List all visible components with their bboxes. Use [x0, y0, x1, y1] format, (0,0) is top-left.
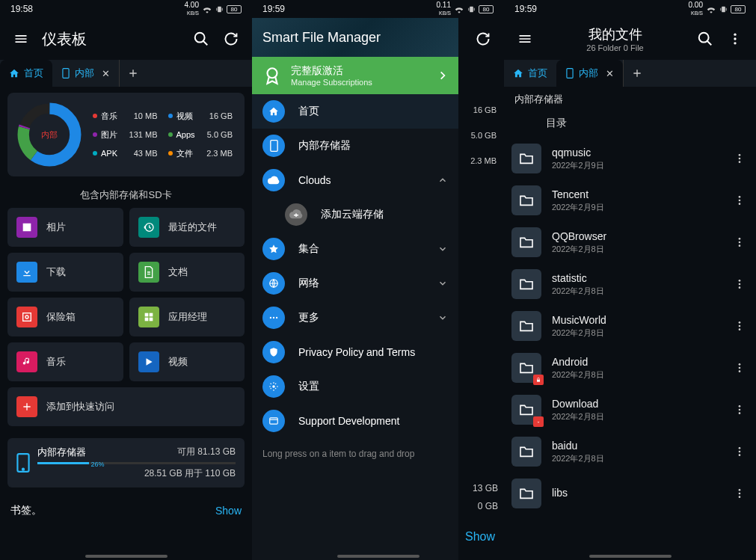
- item-overflow-button[interactable]: [731, 487, 749, 499]
- drawer-item-network[interactable]: 网络: [252, 266, 458, 301]
- svg-point-51: [739, 328, 741, 330]
- drawer-item-collection[interactable]: 集合: [252, 232, 458, 266]
- folder-name: Tencent: [552, 188, 720, 200]
- legend-name: 视频: [176, 111, 193, 122]
- refresh-button[interactable]: [216, 24, 246, 54]
- svg-rect-14: [144, 318, 148, 321]
- folder-item[interactable]: Tencent2022年2月9日: [504, 179, 756, 221]
- page-subtitle: 26 Folder 0 File: [586, 43, 643, 52]
- support-icon: [262, 410, 285, 432]
- folder-icon: [511, 144, 541, 173]
- tile-label: 音乐: [46, 355, 66, 369]
- screen-drawer: 19:59 0.11KB/S 80 16 GB5.0 GB2.3 MB Smar…: [252, 0, 504, 560]
- drawer-item-label: 添加云端存储: [321, 208, 384, 221]
- legend-value: 2.3 MB: [206, 149, 233, 158]
- drawer-item-support[interactable]: Support Development: [252, 404, 458, 438]
- item-overflow-button[interactable]: [731, 236, 749, 248]
- legend-dot: [93, 114, 97, 118]
- history-icon: [138, 217, 159, 238]
- svg-rect-52: [537, 380, 540, 382]
- folder-item[interactable]: Download2022年2月8日: [504, 389, 756, 431]
- overflow-button[interactable]: [720, 24, 750, 54]
- folder-item[interactable]: MusicWorld2022年2月8日: [504, 305, 756, 347]
- subscription-banner[interactable]: 完整版激活 Manage Subscriptions: [252, 57, 458, 94]
- quick-tile-safe[interactable]: 保险箱: [7, 298, 123, 336]
- tab-close-button[interactable]: ✕: [606, 68, 614, 79]
- show-button[interactable]: Show: [465, 530, 495, 544]
- item-overflow-button[interactable]: [731, 404, 749, 416]
- phone-icon: [16, 453, 30, 473]
- breadcrumb[interactable]: 内部存储器: [504, 87, 756, 112]
- folder-item[interactable]: QQBrowser2022年2月8日: [504, 221, 756, 263]
- drawer-item-home[interactable]: 首页: [252, 94, 458, 129]
- nav-handle[interactable]: [589, 555, 672, 558]
- tab-close-button[interactable]: ✕: [102, 68, 110, 79]
- screen-files: 19:59 0.00KB/S 80 我的文件 26 Folder 0 File …: [504, 0, 756, 560]
- network-icon: [262, 272, 285, 295]
- folder-item[interactable]: statistic2022年2月8日: [504, 263, 756, 305]
- menu-button[interactable]: [510, 24, 540, 54]
- tab-home[interactable]: 首页: [0, 60, 52, 87]
- quick-tile-doc[interactable]: 文档: [129, 253, 245, 292]
- home-icon: [262, 100, 285, 123]
- drawer-item-phone[interactable]: 内部存储器: [252, 129, 458, 163]
- quick-tile-apps[interactable]: 应用经理: [129, 298, 245, 336]
- item-overflow-button[interactable]: [731, 194, 749, 206]
- menu-button[interactable]: [6, 24, 36, 54]
- apps-icon: [138, 307, 159, 327]
- tile-label: 添加到快速访问: [46, 400, 114, 413]
- folder-item[interactable]: baidu2022年2月8日: [504, 431, 756, 473]
- tile-label: 相片: [46, 221, 66, 234]
- tab-add-button[interactable]: [120, 60, 147, 87]
- drawer-item-label: Clouds: [298, 174, 331, 186]
- folder-item[interactable]: qqmusic2022年2月9日: [504, 138, 756, 179]
- item-overflow-button[interactable]: [731, 153, 749, 164]
- legend: 音乐10 MB视频16 GB图片131 MBApps5.0 GBAPK43 MB…: [93, 111, 237, 159]
- download-badge-icon: [533, 416, 544, 427]
- folder-name: Android: [552, 356, 720, 368]
- drawer-item-cloud-add[interactable]: 添加云端存储: [252, 197, 458, 232]
- image-icon: [16, 217, 37, 238]
- drawer-item-privacy[interactable]: Privacy Policy and Terms: [252, 335, 458, 369]
- refresh-button[interactable]: [468, 24, 498, 54]
- quick-tile-download[interactable]: 下载: [7, 253, 123, 292]
- nav-handle[interactable]: [85, 555, 168, 558]
- drawer-item-more[interactable]: 更多: [252, 301, 458, 335]
- storage-row[interactable]: 内部存储器 可用 81.13 GB 26% 28.51 GB 用于 110 GB: [7, 438, 245, 487]
- quick-tile-play[interactable]: 视频: [129, 342, 245, 381]
- tab-bar: 首页 内部 ✕: [0, 60, 252, 87]
- legend-name: APK: [101, 149, 117, 158]
- search-button[interactable]: [186, 24, 216, 54]
- tile-label: 应用经理: [168, 310, 207, 324]
- svg-point-41: [739, 200, 741, 202]
- svg-point-44: [739, 241, 741, 244]
- tab-internal[interactable]: 内部 ✕: [52, 60, 119, 87]
- search-button[interactable]: [690, 24, 720, 54]
- drawer-item-settings[interactable]: 设置: [252, 369, 458, 404]
- item-overflow-button[interactable]: [731, 446, 749, 458]
- screen-dashboard: 19:58 4.00KB/S 80 仪表板 首页: [0, 0, 252, 560]
- storage-used: 28.51 GB 用于 110 GB: [37, 467, 236, 480]
- quick-tile-add[interactable]: 添加到快速访问: [7, 387, 245, 426]
- item-overflow-button[interactable]: [731, 278, 749, 290]
- tab-home[interactable]: 首页: [504, 60, 556, 87]
- nav-handle[interactable]: [337, 555, 420, 558]
- quick-tile-image[interactable]: 相片: [7, 208, 123, 247]
- quick-tile-music[interactable]: 音乐: [7, 342, 123, 381]
- status-bar: 19:59 0.11KB/S 80: [252, 0, 504, 18]
- folder-item[interactable]: libs: [504, 473, 756, 514]
- legend-name: 图片: [101, 129, 117, 141]
- item-overflow-button[interactable]: [731, 362, 749, 374]
- tile-label: 文档: [168, 265, 188, 279]
- tab-add-button[interactable]: [624, 60, 651, 87]
- svg-point-24: [270, 317, 271, 319]
- quick-tile-history[interactable]: 最近的文件: [129, 208, 245, 247]
- show-button[interactable]: Show: [215, 505, 242, 517]
- battery-icon: 80: [479, 5, 494, 13]
- drawer-item-cloud[interactable]: Clouds: [252, 163, 458, 197]
- storage-chart-card[interactable]: 内部 音乐10 MB视频16 GB图片131 MBApps5.0 GBAPK43…: [7, 93, 245, 176]
- folder-item[interactable]: Android2022年2月8日: [504, 347, 756, 389]
- tab-internal[interactable]: 内部 ✕: [556, 60, 623, 87]
- svg-rect-2: [222, 7, 223, 10]
- item-overflow-button[interactable]: [731, 320, 749, 332]
